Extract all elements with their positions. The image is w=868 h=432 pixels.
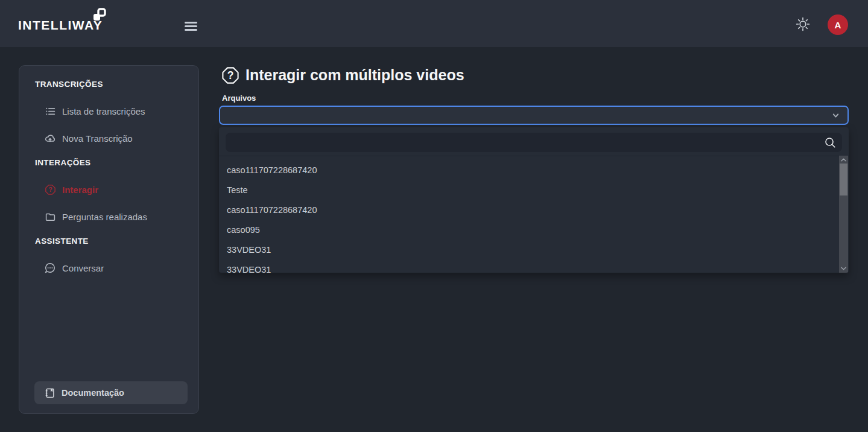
option-item[interactable]: Teste: [219, 180, 849, 200]
page-title: Interagir com múltiplos videos: [246, 66, 464, 84]
sidebar-item-conversar[interactable]: Conversar: [19, 261, 198, 275]
theme-toggle-sun-icon[interactable]: [795, 16, 811, 32]
scrollbar-up-icon[interactable]: [839, 156, 848, 164]
avatar-initial: A: [835, 20, 841, 30]
documentation-label: Documentação: [62, 388, 124, 398]
sidebar: TRANSCRIÇÕES Lista de transcrições Nova …: [19, 65, 199, 414]
scrollbar-thumb[interactable]: [840, 164, 847, 195]
dropdown-search-input[interactable]: [226, 133, 842, 152]
sidebar-item-label: Lista de transcrições: [62, 106, 145, 116]
sidebar-item-label: Perguntas realizadas: [62, 212, 147, 222]
section-assistente: ASSISTENTE: [35, 236, 198, 247]
sidebar-item-label: Interagir: [62, 185, 98, 195]
arquivos-select[interactable]: [219, 106, 849, 125]
dropdown-search: [226, 133, 842, 152]
option-item[interactable]: caso095: [219, 220, 849, 240]
journal-icon: [45, 388, 55, 398]
sidebar-item-perguntas-realizadas[interactable]: Perguntas realizadas: [19, 210, 198, 223]
page-title-row: ? Interagir com múltiplos videos: [222, 66, 464, 84]
dropdown-scrollbar[interactable]: [839, 156, 848, 273]
top-header: INTELLIWAY A: [0, 0, 868, 47]
brand-logo[interactable]: INTELLIWAY: [18, 18, 103, 33]
question-octagon-icon: ?: [45, 184, 55, 195]
sidebar-item-label: Conversar: [62, 263, 104, 273]
svg-text:?: ?: [227, 69, 234, 81]
svg-text:?: ?: [48, 186, 52, 193]
arquivos-label: Arquivos: [222, 94, 256, 103]
arquivos-dropdown-panel: caso111707228687420 Teste caso1117072286…: [219, 127, 849, 273]
option-item[interactable]: caso111707228687420: [219, 160, 849, 180]
scrollbar-down-icon[interactable]: [839, 264, 848, 273]
section-transcricoes: TRANSCRIÇÕES: [35, 79, 198, 90]
chat-dots-icon: [45, 262, 55, 273]
option-item[interactable]: 33VDEO31: [219, 259, 849, 273]
documentation-button[interactable]: Documentação: [34, 381, 188, 404]
question-octagon-icon: ?: [222, 67, 239, 84]
sidebar-item-label: Nova Transcrição: [62, 133, 133, 144]
sidebar-item-interagir[interactable]: ? Interagir: [19, 183, 198, 196]
option-item[interactable]: caso111707228687420: [219, 200, 849, 220]
list-icon: [45, 106, 55, 116]
search-icon: [824, 136, 836, 148]
sidebar-item-nova-transcricao[interactable]: Nova Transcrição: [19, 132, 198, 145]
sidebar-item-lista-de-transcricoes[interactable]: Lista de transcrições: [19, 104, 198, 118]
user-avatar[interactable]: A: [828, 14, 848, 35]
cloud-upload-icon: [45, 133, 55, 144]
folder-icon: [45, 211, 55, 222]
menu-toggle-icon[interactable]: [185, 22, 197, 31]
options-list: caso111707228687420 Teste caso1117072286…: [219, 156, 849, 273]
option-item[interactable]: 33VDEO31: [219, 240, 849, 259]
chevron-down-icon: [831, 111, 840, 120]
brand-cube-icon: [92, 7, 107, 23]
brand-text: INTELLIWAY: [18, 18, 103, 32]
section-interacoes: INTERAÇÕES: [35, 157, 198, 168]
